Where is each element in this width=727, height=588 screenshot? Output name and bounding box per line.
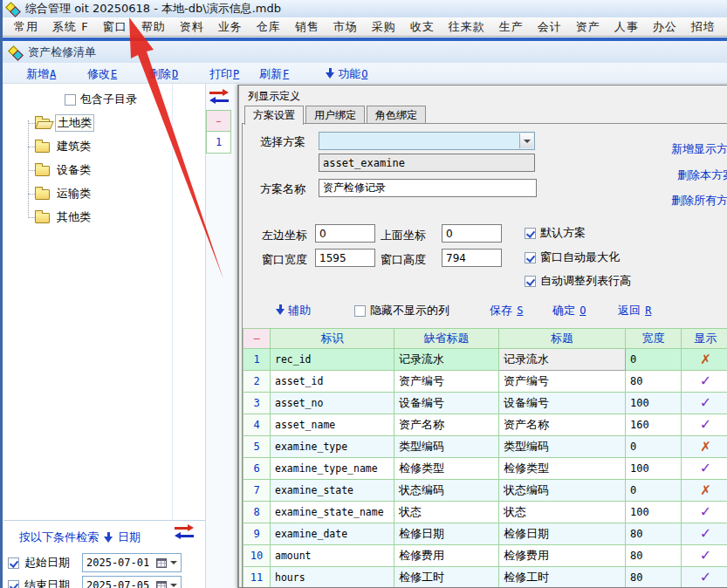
- start-date-input[interactable]: 2025-07-01: [82, 553, 182, 572]
- menu-item-system[interactable]: 系统 F: [45, 19, 96, 35]
- dropdown-arrow-icon[interactable]: [170, 584, 177, 587]
- refresh-button[interactable]: 刷新F: [259, 66, 289, 82]
- header-show[interactable]: 显示: [682, 329, 727, 349]
- left-coord-input[interactable]: 0: [315, 224, 375, 243]
- delete-scheme-link[interactable]: 删除本方案: [677, 168, 727, 183]
- menu-item-office[interactable]: 办公: [646, 19, 684, 35]
- menu-item-production[interactable]: 生产: [492, 19, 531, 35]
- table-row[interactable]: 3 asset_no 设备编号 设备编号 100 ✓: [243, 393, 727, 414]
- header-width[interactable]: 宽度: [626, 329, 682, 349]
- table-row[interactable]: 6 examine_type_name 检修类型 检修类型 100 ✓: [243, 458, 727, 480]
- visible-mark[interactable]: ✓: [700, 416, 711, 433]
- table-row[interactable]: 9 examine_date 检修日期 检修日期 80 ✓: [243, 523, 727, 545]
- visible-mark[interactable]: ✗: [700, 439, 711, 455]
- window-height-input[interactable]: 794: [442, 249, 502, 267]
- default-scheme-option[interactable]: 默认方案: [525, 225, 586, 241]
- title-edit-cell[interactable]: 记录流水: [499, 349, 626, 371]
- delete-button[interactable]: 删除D: [148, 66, 178, 82]
- menu-item-warehouse[interactable]: 仓库: [250, 19, 288, 35]
- visible-mark[interactable]: ✗: [700, 482, 711, 498]
- menu-item-sales[interactable]: 销售: [288, 19, 326, 35]
- swap-columns-icon[interactable]: [174, 525, 195, 538]
- start-date-checkbox[interactable]: [8, 557, 19, 569]
- add-scheme-link[interactable]: 新增显示方案: [671, 141, 727, 157]
- menu-item-payment[interactable]: 收支: [403, 19, 442, 35]
- include-subdir-checkbox[interactable]: [65, 94, 76, 106]
- tab-user-binding[interactable]: 用户绑定: [305, 106, 365, 124]
- grid-corner-cell[interactable]: –: [206, 110, 231, 132]
- print-button[interactable]: 打印P: [209, 66, 239, 82]
- visible-mark[interactable]: ✓: [700, 373, 711, 389]
- tree-item-other[interactable]: 其他类: [35, 208, 93, 227]
- hide-hidden-cols-checkbox[interactable]: [354, 305, 366, 317]
- header-id[interactable]: 标识: [271, 329, 394, 349]
- grid-row-number[interactable]: 1: [206, 132, 231, 154]
- dropdown-arrow-icon[interactable]: [170, 561, 177, 564]
- swap-columns-icon[interactable]: [209, 90, 230, 103]
- menu-item-asset[interactable]: 资产: [569, 19, 607, 35]
- date-menu-button[interactable]: 日期: [118, 530, 141, 545]
- auto-row-height-option[interactable]: 自动调整列表行高: [525, 273, 631, 289]
- menu-item-business[interactable]: 业务: [211, 19, 250, 35]
- table-row[interactable]: 1 rec_id 记录流水 记录流水 0 ✗: [243, 349, 727, 371]
- tree-item-equipment[interactable]: 设备类: [35, 161, 93, 180]
- back-button[interactable]: 返回 R: [618, 303, 651, 318]
- top-coord-input[interactable]: 0: [442, 224, 502, 243]
- menu-item-accounts[interactable]: 往来款: [442, 19, 492, 35]
- edit-button[interactable]: 修改E: [87, 66, 117, 82]
- header-title[interactable]: 标题: [499, 329, 626, 349]
- menu-item-training[interactable]: 招培: [684, 19, 723, 35]
- include-subdir-option[interactable]: 包含子目录: [65, 92, 137, 107]
- tree-item-land[interactable]: 土地类: [35, 113, 94, 133]
- combo-dropdown-button[interactable]: [519, 133, 533, 148]
- assist-button[interactable]: 辅助: [276, 303, 311, 318]
- menu-item-common[interactable]: 常用: [7, 19, 45, 35]
- visible-mark[interactable]: ✓: [700, 394, 711, 411]
- table-row[interactable]: 2 asset_id 资产编号 资产编号 80 ✓: [243, 371, 727, 393]
- scheme-select-combo[interactable]: [319, 132, 535, 150]
- visible-mark[interactable]: ✓: [700, 503, 711, 520]
- menu-item-market[interactable]: 市场: [326, 19, 365, 35]
- menu-item-payroll[interactable]: 工资: [723, 19, 727, 35]
- menu-item-window[interactable]: 窗口: [96, 19, 134, 35]
- folder-open-icon: [35, 119, 50, 129]
- auto-row-height-checkbox[interactable]: [525, 276, 536, 287]
- auto-maximize-checkbox[interactable]: [525, 252, 536, 263]
- tab-scheme-settings[interactable]: 方案设置: [244, 106, 304, 125]
- ok-button[interactable]: 确定 O: [552, 303, 586, 318]
- tab-role-binding[interactable]: 角色绑定: [367, 106, 426, 124]
- end-date-input[interactable]: 2025-07-05: [82, 576, 182, 588]
- auto-maximize-option[interactable]: 窗口自动最大化: [525, 250, 620, 265]
- function-button[interactable]: 功能O: [326, 66, 367, 82]
- delete-all-schemes-link[interactable]: 删除所有方案: [671, 193, 727, 209]
- scheme-name-label: 方案名称: [260, 181, 305, 197]
- save-button[interactable]: 保存 S: [490, 303, 523, 318]
- window-width-input[interactable]: 1595: [315, 249, 375, 267]
- visible-mark[interactable]: ✓: [700, 569, 711, 585]
- default-scheme-checkbox[interactable]: [525, 228, 536, 239]
- visible-mark[interactable]: ✓: [700, 460, 711, 476]
- new-button[interactable]: 新增A: [26, 66, 56, 82]
- menu-item-data[interactable]: 资料: [173, 19, 211, 35]
- header-default-title[interactable]: 缺省标题: [394, 329, 499, 349]
- table-row[interactable]: 8 examine_state_name 状态 状态 100 ✓: [243, 502, 727, 523]
- table-row[interactable]: 5 examine_type 类型编码 类型编码 0 ✗: [243, 436, 727, 458]
- tree-item-building[interactable]: 建筑类: [35, 137, 93, 156]
- menu-item-hr[interactable]: 人事: [607, 19, 646, 35]
- menu-item-purchase[interactable]: 采购: [365, 19, 403, 35]
- table-row[interactable]: 11 hours 检修工时 检修工时 80 ✓: [243, 567, 727, 588]
- tree-item-transport[interactable]: 运输类: [35, 184, 93, 203]
- scheme-name-input[interactable]: 资产检修记录: [319, 179, 537, 197]
- visible-mark[interactable]: ✗: [700, 352, 711, 367]
- visible-mark[interactable]: ✓: [700, 525, 711, 542]
- menu-item-help[interactable]: 帮助: [134, 19, 173, 35]
- visible-mark[interactable]: ✓: [700, 547, 711, 564]
- table-row[interactable]: 7 examine_state 状态编码 状态编码 0 ✗: [243, 480, 727, 502]
- table-row[interactable]: 4 asset_name 资产名称 资产名称 160 ✓: [243, 414, 727, 436]
- header-corner[interactable]: –: [243, 329, 271, 349]
- table-row[interactable]: 10 amount 检修费用 检修费用 80 ✓: [243, 545, 727, 567]
- title-bar: 综合管理 oit 20250618 - 本地-db\演示信息.mdb: [0, 0, 727, 17]
- menu-item-accounting[interactable]: 会计: [531, 19, 569, 35]
- hide-hidden-cols-option[interactable]: 隐藏不显示的列: [354, 303, 449, 318]
- end-date-checkbox[interactable]: [8, 580, 19, 588]
